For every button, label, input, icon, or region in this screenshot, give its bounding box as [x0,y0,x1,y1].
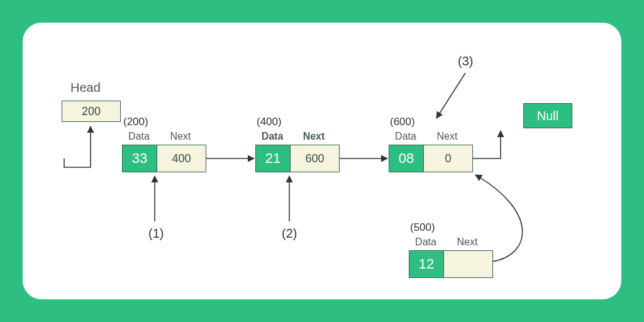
head-box: 200 [62,101,121,122]
node2: 21 600 [255,145,340,172]
node1-address: (200) [123,116,148,128]
field-next-label: Next [423,131,472,142]
diagram-canvas: Head 200 Null (200) Data Next 33 400 (40… [23,23,621,299]
new-node-field-labels: Data Next [409,236,492,248]
field-data-label: Data [389,131,423,142]
node2-address: (400) [257,116,282,128]
pointer-1-label: (1) [148,226,164,241]
node3-field-labels: Data Next [389,131,472,142]
pointer-3-label: (3) [458,54,473,69]
new-node-address: (500) [410,221,435,234]
node3-address: (600) [390,116,415,128]
new-node-next [443,251,492,277]
field-next-label: Next [289,131,338,142]
node2-field-labels: Data Next [255,131,338,142]
field-data-label: Data [255,131,289,142]
new-node: 12 [409,250,493,278]
head-label: Head [70,80,101,95]
node1: 33 400 [122,145,206,172]
node3: 08 0 [389,145,473,172]
new-node-data: 12 [409,251,443,277]
node2-next: 600 [290,145,339,172]
field-data-label: Data [122,131,156,142]
field-next-label: Next [443,236,492,248]
null-box: Null [523,103,572,128]
node1-field-labels: Data Next [122,131,205,142]
node3-next: 0 [423,145,472,172]
null-label: Null [537,109,558,123]
field-data-label: Data [409,236,443,248]
field-next-label: Next [156,131,205,142]
node3-data: 08 [389,145,423,172]
node2-data: 21 [256,145,290,172]
head-value: 200 [82,105,101,118]
node1-data: 33 [123,145,157,172]
node1-next: 400 [157,145,206,172]
pointer-2-label: (2) [282,226,297,241]
